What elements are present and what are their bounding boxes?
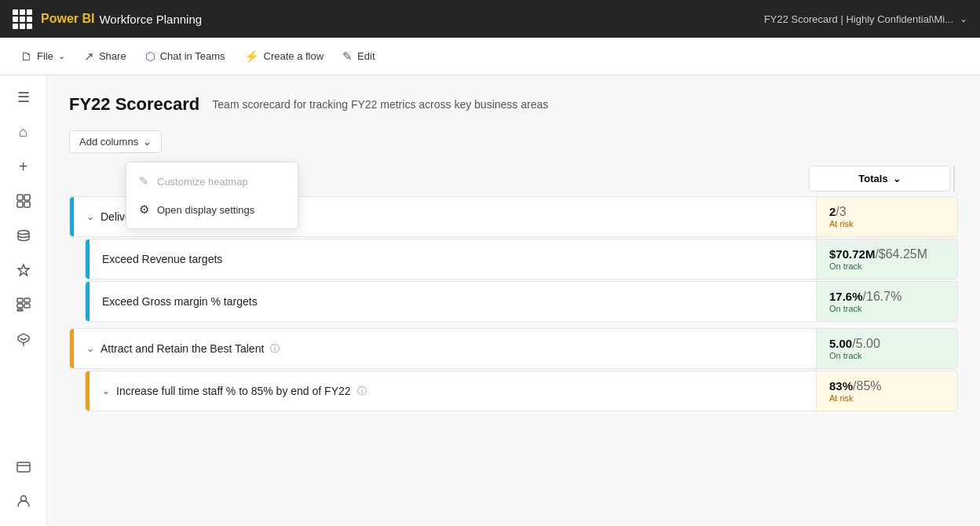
value-main: 5.00 — [829, 337, 852, 350]
top-bar: Power BI Workforce Planning FY22 Scoreca… — [0, 0, 980, 38]
row-text: Exceed Gross margin % targets — [102, 295, 258, 308]
group-value-financial: 2/3 At risk — [816, 197, 957, 236]
powerbi-logo: Power BI — [41, 12, 94, 26]
info-icon[interactable]: ⓘ — [270, 342, 280, 356]
add-columns-dropdown: ✎ Customize heatmap ⚙ Open display setti… — [126, 162, 298, 229]
main-layout: ☰ ⌂ + FY22 Scorecard Team scorecard — [0, 75, 980, 526]
file-icon: 🗋 — [20, 49, 32, 63]
row-value-revenue: $70.72M/$64.25M On track — [816, 239, 957, 279]
row-value-staff: 83%/85% At risk — [816, 371, 957, 411]
dropdown-item-display-settings[interactable]: ⚙ Open display settings — [126, 195, 298, 224]
content-area: FY22 Scorecard Team scorecard for tracki… — [47, 75, 980, 526]
group-row-talent: ⌄ Attract and Retain the Best Talent ⓘ 5… — [69, 328, 958, 369]
app-name: Workforce Planning — [99, 13, 202, 26]
value-status: At risk — [829, 219, 945, 228]
group-label-talent: ⌄ Attract and Retain the Best Talent ⓘ — [74, 329, 816, 368]
value-status: On track — [829, 261, 945, 271]
chat-label: Chat in Teams — [160, 50, 225, 62]
page-subtitle: Team scorecard for tracking FY22 metrics… — [212, 98, 548, 111]
svg-rect-0 — [17, 195, 23, 200]
sidebar-item-apps[interactable] — [8, 289, 39, 320]
add-columns-button[interactable]: Add columns ⌄ — [69, 130, 162, 153]
row-value-gross-margin: 17.6%/16.7% On track — [816, 282, 957, 321]
value-main: 17.6% — [829, 290, 863, 303]
svg-rect-1 — [24, 195, 30, 200]
value-sub: /5.00 — [852, 337, 880, 350]
sidebar-item-create[interactable]: + — [8, 151, 39, 182]
flow-icon: ⚡ — [244, 49, 259, 64]
svg-rect-7 — [17, 304, 23, 308]
row-label-revenue: Exceed Revenue targets — [90, 239, 816, 279]
report-title: FY22 Scorecard | Highly Confidential\Mi.… — [764, 13, 953, 25]
expand-icon[interactable]: ⌄ — [102, 385, 110, 396]
value-status: On track — [829, 351, 945, 360]
add-columns-chevron: ⌄ — [143, 136, 152, 148]
value-sub: /16.7% — [863, 290, 902, 303]
sidebar-item-learn[interactable] — [8, 323, 39, 355]
svg-rect-10 — [17, 462, 30, 472]
sidebar-item-profile[interactable] — [8, 485, 39, 517]
svg-rect-6 — [24, 298, 30, 302]
group-value-talent: 5.00/5.00 On track — [816, 329, 957, 368]
value-status: At risk — [829, 393, 945, 403]
expand-icon[interactable]: ⌄ — [86, 343, 94, 354]
share-label: Share — [99, 50, 126, 62]
value-sub: /3 — [836, 205, 846, 218]
info-icon[interactable]: ⓘ — [357, 385, 367, 398]
row-gross-margin: Exceed Gross margin % targets 17.6%/16.7… — [85, 281, 958, 322]
apps-icon[interactable] — [13, 9, 31, 28]
svg-rect-8 — [24, 304, 30, 308]
svg-rect-2 — [17, 202, 23, 207]
title-chevron[interactable]: ⌄ — [960, 13, 967, 24]
pencil-icon: ✎ — [139, 174, 149, 188]
gear-icon: ⚙ — [139, 203, 149, 217]
svg-rect-5 — [17, 298, 23, 302]
value-main: 83% — [829, 379, 853, 393]
row-text: Increase full time staff % to 85% by end… — [116, 385, 351, 397]
page-title: FY22 Scorecard — [69, 94, 199, 115]
row-text: Exceed Revenue targets — [102, 253, 222, 265]
totals-header[interactable]: Totals ⌄ — [809, 166, 950, 192]
value-sub: /85% — [853, 379, 881, 393]
row-label-gross-margin: Exceed Gross margin % targets — [90, 282, 816, 321]
row-label-staff: ⌄ Increase full time staff % to 85% by e… — [90, 371, 816, 411]
sidebar-item-browse[interactable] — [8, 185, 39, 217]
dropdown-display-label: Open display settings — [157, 204, 254, 216]
totals-label: Totals — [858, 173, 887, 184]
sidebar-item-home[interactable]: ⌂ — [8, 116, 39, 148]
share-icon: ↗ — [84, 49, 94, 64]
add-columns-label: Add columns — [79, 136, 138, 148]
sidebar-item-data[interactable] — [8, 220, 39, 251]
row-revenue: Exceed Revenue targets $70.72M/$64.25M O… — [85, 239, 958, 279]
dropdown-item-heatmap[interactable]: ✎ Customize heatmap — [126, 167, 298, 195]
sidebar-item-menu[interactable]: ☰ — [8, 82, 39, 113]
expand-icon[interactable]: ⌄ — [86, 211, 94, 222]
teams-icon: ⬡ — [145, 49, 155, 64]
totals-chevron: ⌄ — [893, 174, 901, 184]
flow-label: Create a flow — [264, 50, 324, 62]
chat-teams-button[interactable]: ⬡ Chat in Teams — [137, 45, 233, 68]
sidebar: ☰ ⌂ + — [0, 75, 47, 526]
create-flow-button[interactable]: ⚡ Create a flow — [236, 45, 332, 68]
edit-label: Edit — [357, 50, 375, 62]
value-status: On track — [829, 304, 945, 313]
file-label: File — [37, 50, 53, 62]
svg-point-4 — [18, 231, 29, 235]
page-header: FY22 Scorecard Team scorecard for tracki… — [69, 94, 958, 115]
dropdown-heatmap-label: Customize heatmap — [157, 176, 248, 188]
value-sub: /$64.25M — [875, 247, 927, 261]
edit-icon: ✎ — [342, 49, 353, 64]
edit-button[interactable]: ✎ Edit — [335, 45, 382, 68]
file-button[interactable]: 🗋 File ⌄ — [13, 45, 73, 68]
row-fulltime-staff: ⌄ Increase full time staff % to 85% by e… — [85, 371, 958, 411]
file-chevron: ⌄ — [58, 51, 65, 61]
sidebar-item-goals[interactable] — [8, 254, 39, 286]
value-main: $70.72M — [829, 247, 875, 261]
group-text: Attract and Retain the Best Talent — [101, 342, 264, 355]
share-button[interactable]: ↗ Share — [76, 45, 134, 68]
sidebar-item-workspaces[interactable] — [8, 451, 39, 482]
toolbar: 🗋 File ⌄ ↗ Share ⬡ Chat in Teams ⚡ Creat… — [0, 38, 980, 75]
svg-rect-9 — [17, 309, 23, 311]
svg-rect-3 — [24, 202, 30, 207]
